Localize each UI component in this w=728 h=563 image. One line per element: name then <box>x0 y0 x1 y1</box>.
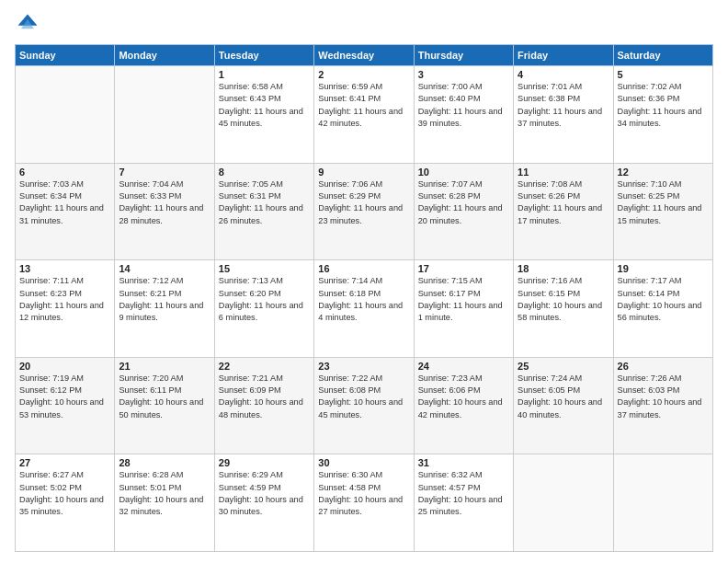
calendar-cell: 12Sunrise: 7:10 AMSunset: 6:25 PMDayligh… <box>613 163 712 260</box>
day-number: 14 <box>119 263 210 274</box>
weekday-header-thursday: Thursday <box>414 45 513 66</box>
calendar-cell: 29Sunrise: 6:29 AMSunset: 4:59 PMDayligh… <box>214 454 313 552</box>
calendar-cell: 10Sunrise: 7:07 AMSunset: 6:28 PMDayligh… <box>414 163 513 260</box>
day-number: 12 <box>618 167 709 178</box>
day-info: Sunrise: 7:07 AMSunset: 6:28 PMDaylight:… <box>418 178 509 227</box>
day-number: 28 <box>119 457 210 468</box>
day-number: 31 <box>418 457 509 468</box>
logo <box>15 11 44 37</box>
day-number: 11 <box>518 167 609 178</box>
calendar-cell: 30Sunrise: 6:30 AMSunset: 4:58 PMDayligh… <box>314 454 414 552</box>
day-info: Sunrise: 7:06 AMSunset: 6:29 PMDaylight:… <box>318 178 409 227</box>
day-number: 13 <box>19 263 110 274</box>
weekday-header-friday: Friday <box>514 45 613 66</box>
day-info: Sunrise: 6:58 AMSunset: 6:43 PMDaylight:… <box>219 81 310 130</box>
calendar-cell <box>613 454 712 552</box>
day-number: 3 <box>418 69 509 80</box>
day-number: 25 <box>518 361 609 372</box>
calendar-cell: 13Sunrise: 7:11 AMSunset: 6:23 PMDayligh… <box>16 260 115 358</box>
calendar-cell: 7Sunrise: 7:04 AMSunset: 6:33 PMDaylight… <box>115 163 214 260</box>
calendar-cell: 20Sunrise: 7:19 AMSunset: 6:12 PMDayligh… <box>16 357 115 454</box>
calendar-cell: 19Sunrise: 7:17 AMSunset: 6:14 PMDayligh… <box>613 260 712 358</box>
day-info: Sunrise: 7:03 AMSunset: 6:34 PMDaylight:… <box>19 178 110 227</box>
calendar-cell: 26Sunrise: 7:26 AMSunset: 6:03 PMDayligh… <box>613 357 712 454</box>
calendar-cell: 1Sunrise: 6:58 AMSunset: 6:43 PMDaylight… <box>214 66 313 164</box>
day-number: 15 <box>219 263 310 274</box>
day-number: 19 <box>618 263 709 274</box>
header <box>15 11 713 37</box>
day-info: Sunrise: 7:15 AMSunset: 6:17 PMDaylight:… <box>418 275 509 324</box>
day-number: 20 <box>19 361 110 372</box>
day-info: Sunrise: 6:32 AMSunset: 4:57 PMDaylight:… <box>418 469 509 518</box>
day-info: Sunrise: 7:26 AMSunset: 6:03 PMDaylight:… <box>618 373 709 421</box>
calendar-cell: 27Sunrise: 6:27 AMSunset: 5:02 PMDayligh… <box>16 454 115 552</box>
weekday-header-wednesday: Wednesday <box>314 45 414 66</box>
day-info: Sunrise: 6:28 AMSunset: 5:01 PMDaylight:… <box>119 469 210 518</box>
day-info: Sunrise: 7:24 AMSunset: 6:05 PMDaylight:… <box>518 373 609 421</box>
day-number: 5 <box>618 69 709 80</box>
week-row-2: 6Sunrise: 7:03 AMSunset: 6:34 PMDaylight… <box>16 163 713 260</box>
day-number: 1 <box>219 69 310 80</box>
day-info: Sunrise: 7:02 AMSunset: 6:36 PMDaylight:… <box>618 81 709 130</box>
calendar-cell <box>115 66 214 164</box>
weekday-header-sunday: Sunday <box>16 45 115 66</box>
calendar-cell: 6Sunrise: 7:03 AMSunset: 6:34 PMDaylight… <box>16 163 115 260</box>
day-number: 23 <box>318 361 409 372</box>
day-info: Sunrise: 7:00 AMSunset: 6:40 PMDaylight:… <box>418 81 509 130</box>
weekday-header-monday: Monday <box>115 45 214 66</box>
day-number: 29 <box>219 457 310 468</box>
weekday-header-row: SundayMondayTuesdayWednesdayThursdayFrid… <box>16 45 713 66</box>
weekday-header-tuesday: Tuesday <box>214 45 313 66</box>
day-info: Sunrise: 7:16 AMSunset: 6:15 PMDaylight:… <box>518 275 609 324</box>
day-info: Sunrise: 7:22 AMSunset: 6:08 PMDaylight:… <box>318 373 409 421</box>
calendar-cell: 5Sunrise: 7:02 AMSunset: 6:36 PMDaylight… <box>613 66 712 164</box>
day-number: 10 <box>418 167 509 178</box>
day-info: Sunrise: 6:27 AMSunset: 5:02 PMDaylight:… <box>19 469 110 518</box>
day-info: Sunrise: 7:20 AMSunset: 6:11 PMDaylight:… <box>119 373 210 421</box>
day-number: 7 <box>119 167 210 178</box>
day-number: 26 <box>618 361 709 372</box>
day-number: 27 <box>19 457 110 468</box>
day-number: 2 <box>318 69 409 80</box>
calendar-cell: 21Sunrise: 7:20 AMSunset: 6:11 PMDayligh… <box>115 357 214 454</box>
calendar-cell: 23Sunrise: 7:22 AMSunset: 6:08 PMDayligh… <box>314 357 414 454</box>
day-info: Sunrise: 7:14 AMSunset: 6:18 PMDaylight:… <box>318 275 409 324</box>
day-number: 22 <box>219 361 310 372</box>
calendar-cell <box>514 454 613 552</box>
day-info: Sunrise: 6:30 AMSunset: 4:58 PMDaylight:… <box>318 469 409 518</box>
day-info: Sunrise: 7:01 AMSunset: 6:38 PMDaylight:… <box>518 81 609 130</box>
calendar-cell: 2Sunrise: 6:59 AMSunset: 6:41 PMDaylight… <box>314 66 414 164</box>
day-info: Sunrise: 7:13 AMSunset: 6:20 PMDaylight:… <box>219 275 310 324</box>
day-number: 6 <box>19 167 110 178</box>
calendar-table: SundayMondayTuesdayWednesdayThursdayFrid… <box>15 44 713 552</box>
day-number: 21 <box>119 361 210 372</box>
day-number: 24 <box>418 361 509 372</box>
day-info: Sunrise: 7:23 AMSunset: 6:06 PMDaylight:… <box>418 373 509 421</box>
calendar-cell: 11Sunrise: 7:08 AMSunset: 6:26 PMDayligh… <box>514 163 613 260</box>
page: SundayMondayTuesdayWednesdayThursdayFrid… <box>0 0 728 563</box>
calendar-cell: 3Sunrise: 7:00 AMSunset: 6:40 PMDaylight… <box>414 66 513 164</box>
week-row-4: 20Sunrise: 7:19 AMSunset: 6:12 PMDayligh… <box>16 357 713 454</box>
week-row-1: 1Sunrise: 6:58 AMSunset: 6:43 PMDaylight… <box>16 66 713 164</box>
day-number: 8 <box>219 167 310 178</box>
day-info: Sunrise: 7:05 AMSunset: 6:31 PMDaylight:… <box>219 178 310 227</box>
day-number: 9 <box>318 167 409 178</box>
day-info: Sunrise: 6:29 AMSunset: 4:59 PMDaylight:… <box>219 469 310 518</box>
calendar-cell: 24Sunrise: 7:23 AMSunset: 6:06 PMDayligh… <box>414 357 513 454</box>
calendar-cell: 14Sunrise: 7:12 AMSunset: 6:21 PMDayligh… <box>115 260 214 358</box>
calendar-cell: 8Sunrise: 7:05 AMSunset: 6:31 PMDaylight… <box>214 163 313 260</box>
day-info: Sunrise: 7:19 AMSunset: 6:12 PMDaylight:… <box>19 373 110 421</box>
day-number: 4 <box>518 69 609 80</box>
day-info: Sunrise: 7:04 AMSunset: 6:33 PMDaylight:… <box>119 178 210 227</box>
calendar-cell: 4Sunrise: 7:01 AMSunset: 6:38 PMDaylight… <box>514 66 613 164</box>
day-info: Sunrise: 7:17 AMSunset: 6:14 PMDaylight:… <box>618 275 709 324</box>
day-info: Sunrise: 7:11 AMSunset: 6:23 PMDaylight:… <box>19 275 110 324</box>
calendar-cell <box>16 66 115 164</box>
calendar-cell: 9Sunrise: 7:06 AMSunset: 6:29 PMDaylight… <box>314 163 414 260</box>
calendar-cell: 16Sunrise: 7:14 AMSunset: 6:18 PMDayligh… <box>314 260 414 358</box>
calendar-cell: 22Sunrise: 7:21 AMSunset: 6:09 PMDayligh… <box>214 357 313 454</box>
day-info: Sunrise: 6:59 AMSunset: 6:41 PMDaylight:… <box>318 81 409 130</box>
week-row-5: 27Sunrise: 6:27 AMSunset: 5:02 PMDayligh… <box>16 454 713 552</box>
day-info: Sunrise: 7:10 AMSunset: 6:25 PMDaylight:… <box>618 178 709 227</box>
logo-icon <box>15 11 40 37</box>
